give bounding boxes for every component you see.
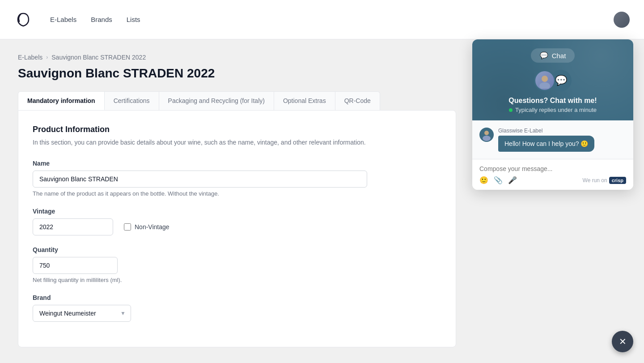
field-vintage: Vintage Non-Vintage: [33, 208, 441, 235]
chat-input-footer: 🙂 📎 🎤 We run on crisp: [479, 176, 626, 184]
tab-packaging[interactable]: Packaging and Recycling (for Italy): [159, 91, 274, 110]
brand-label: Brand: [33, 294, 441, 301]
field-brand: Brand Weingut Neumeister ▼: [33, 294, 441, 322]
tab-mandatory[interactable]: Mandatory information: [18, 91, 105, 110]
chat-msg-sender: Glasswise E-Label: [498, 128, 594, 134]
breadcrumb-separator: ›: [46, 54, 48, 60]
chat-title-label: Chat: [552, 52, 566, 60]
breadcrumb: E-Labels › Sauvignon Blanc STRADEN 2022: [18, 54, 456, 61]
non-vintage-checkbox-label[interactable]: Non-Vintage: [124, 223, 169, 231]
nav-brands[interactable]: Brands: [91, 14, 112, 25]
quantity-label: Quantity: [33, 246, 441, 253]
section-desc: In this section, you can provide basic d…: [33, 138, 441, 147]
breadcrumb-current: Sauvignon Blanc STRADEN 2022: [51, 54, 146, 61]
brand-select-wrapper: Weingut Neumeister ▼: [33, 305, 131, 322]
content-area: E-Labels › Sauvignon Blanc STRADEN 2022 …: [18, 54, 456, 349]
svg-point-3: [483, 136, 491, 141]
close-icon: ✕: [619, 336, 627, 347]
svg-point-0: [542, 76, 548, 82]
chat-header-title: Questions? Chat with me!: [508, 97, 597, 105]
chat-icon: 💬: [540, 51, 548, 60]
main-area: E-Labels › Sauvignon Blanc STRADEN 2022 …: [0, 39, 644, 363]
chat-powered-text: We run on: [583, 177, 607, 184]
page-title: Sauvignon Blanc STRADEN 2022: [18, 66, 456, 81]
nav-elabels[interactable]: E-Labels: [50, 14, 76, 25]
emoji-icon[interactable]: 🙂: [479, 176, 488, 184]
vintage-input[interactable]: [33, 218, 113, 235]
svg-point-2: [484, 131, 489, 135]
chat-input-icons: 🙂 📎 🎤: [479, 176, 517, 184]
chat-avatar-agent: [534, 70, 555, 91]
quantity-hint: Net filling quantity in milliliters (ml)…: [33, 277, 441, 283]
field-name: Name The name of the product as it appea…: [33, 160, 441, 197]
chat-msg-bubble: Hello! How can I help you? 🙂: [498, 136, 594, 152]
field-quantity: Quantity Net filling quantity in millili…: [33, 246, 441, 283]
logo: [14, 11, 32, 29]
non-vintage-checkbox[interactable]: [124, 223, 131, 231]
tab-certifications[interactable]: Certifications: [104, 91, 159, 110]
vintage-label: Vintage: [33, 208, 441, 215]
breadcrumb-root[interactable]: E-Labels: [18, 54, 42, 61]
chat-status-text: Typically replies under a minute: [515, 107, 597, 113]
name-hint: The name of the product as it appears on…: [33, 190, 441, 197]
crisp-badge: crisp: [609, 177, 626, 184]
tab-optional-extras[interactable]: Optional Extras: [274, 91, 335, 110]
chat-online-indicator: [509, 108, 513, 112]
quantity-input[interactable]: [33, 257, 118, 274]
chat-message-row: Glasswise E-Label Hello! How can I help …: [479, 128, 626, 152]
audio-icon[interactable]: 🎤: [508, 176, 517, 184]
avatar-image: [614, 12, 630, 28]
chat-avatars: 💬: [534, 70, 572, 91]
chat-widget: 💬 Chat 💬 Questions? Chat with me! Typica…: [472, 39, 633, 190]
chat-messages: Glasswise E-Label Hello! How can I help …: [472, 120, 633, 159]
tab-bar: Mandatory information Certifications Pac…: [18, 91, 456, 110]
chat-powered-by: We run on crisp: [583, 177, 626, 184]
section-title: Product Information: [33, 125, 441, 134]
topbar: E-Labels Brands Lists: [0, 0, 644, 39]
chat-close-button[interactable]: ✕: [612, 331, 633, 352]
chat-compose-input[interactable]: [479, 165, 626, 172]
non-vintage-label: Non-Vintage: [135, 223, 169, 231]
chat-title-button[interactable]: 💬 Chat: [531, 48, 575, 63]
vintage-row: Non-Vintage: [33, 218, 441, 235]
name-label: Name: [33, 160, 441, 167]
name-input[interactable]: [33, 171, 367, 188]
chat-header: 💬 Chat 💬 Questions? Chat with me! Typica…: [472, 39, 633, 120]
chat-msg-content: Glasswise E-Label Hello! How can I help …: [498, 128, 594, 152]
nav-lists[interactable]: Lists: [127, 14, 140, 25]
chat-input-area: 🙂 📎 🎤 We run on crisp: [472, 159, 633, 190]
brand-select[interactable]: Weingut Neumeister: [33, 305, 131, 322]
main-nav: E-Labels Brands Lists: [50, 14, 140, 25]
chat-msg-avatar: [479, 128, 494, 142]
attachment-icon[interactable]: 📎: [494, 176, 503, 184]
form-card: Product Information In this section, you…: [18, 110, 456, 347]
svg-point-1: [539, 82, 550, 89]
avatar[interactable]: [614, 12, 630, 28]
tab-qr-code[interactable]: QR-Code: [335, 91, 380, 110]
chat-status: Typically replies under a minute: [509, 107, 597, 113]
